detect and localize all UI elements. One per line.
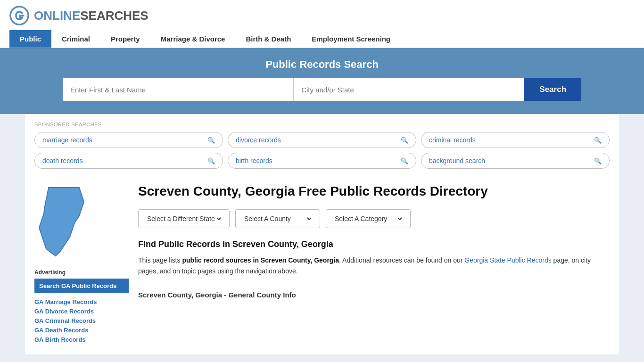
nav-item-property[interactable]: Property xyxy=(100,30,150,48)
sponsored-divorce[interactable]: divorce records 🔍 xyxy=(228,132,416,148)
sponsored-label: SPONSORED SEARCHES xyxy=(34,122,610,127)
sidebar-link-item: GA Birth Records xyxy=(34,336,129,343)
nav-item-criminal[interactable]: Criminal xyxy=(51,30,100,48)
nav-item-employment[interactable]: Employment Screening xyxy=(301,30,401,48)
nav-item-public[interactable]: Public xyxy=(9,30,51,48)
county-select[interactable]: Select A County xyxy=(242,214,313,223)
dropdowns-row: Select a Different State Select A County… xyxy=(138,209,610,228)
sidebar-link-marriage[interactable]: GA Marriage Records xyxy=(34,298,97,305)
sidebar: Advertising Search GA Public Records GA … xyxy=(34,183,129,345)
county-info-title: Screven County, Georgia - General County… xyxy=(138,289,610,299)
logo-area: ONLINE SEARCHES xyxy=(9,6,635,25)
category-dropdown[interactable]: Select A Category xyxy=(326,209,411,228)
search-button[interactable]: Search xyxy=(524,78,581,101)
search-icon-divorce: 🔍 xyxy=(401,137,408,144)
sponsored-grid: marriage records 🔍 divorce records 🔍 cri… xyxy=(34,132,610,169)
nav-item-birth-death[interactable]: Birth & Death xyxy=(235,30,301,48)
search-icon-marriage: 🔍 xyxy=(207,137,215,144)
find-link[interactable]: Georgia State Public Records xyxy=(464,256,551,264)
state-dropdown[interactable]: Select a Different State xyxy=(138,209,230,228)
sidebar-link-birth[interactable]: GA Birth Records xyxy=(34,336,86,343)
sponsored-criminal[interactable]: criminal records 🔍 xyxy=(421,132,610,148)
search-icon-death: 🔍 xyxy=(207,157,215,165)
search-icon-background: 🔍 xyxy=(594,157,602,165)
find-description: This page lists public record sources in… xyxy=(138,255,610,276)
sponsored-marriage-label: marriage records xyxy=(42,136,92,144)
section-divider xyxy=(138,284,610,284)
nav-item-marriage-divorce[interactable]: Marriage & Divorce xyxy=(150,30,236,48)
find-desc-2: . Additional resources can be found on o… xyxy=(339,256,464,264)
sponsored-marriage[interactable]: marriage records 🔍 xyxy=(34,132,223,148)
search-banner-title: Public Records Search xyxy=(9,58,635,71)
sponsored-background-label: background search xyxy=(429,157,485,165)
page-title: Screven County, Georgia Free Public Reco… xyxy=(138,183,610,200)
sponsored-background[interactable]: background search 🔍 xyxy=(421,153,610,169)
header: ONLINE SEARCHES Public Criminal Property… xyxy=(0,0,644,48)
sidebar-link-criminal[interactable]: GA Criminal Records xyxy=(34,317,96,324)
find-title: Find Public Records in Screven County, G… xyxy=(138,239,610,249)
find-desc-1: This page lists xyxy=(138,256,182,264)
sponsored-death[interactable]: death records 🔍 xyxy=(34,153,223,169)
logo-text-searches: SEARCHES xyxy=(80,8,148,23)
georgia-state-map xyxy=(34,183,91,258)
sidebar-ad-label: Advertising xyxy=(34,269,129,276)
sponsored-criminal-label: criminal records xyxy=(429,136,476,144)
sidebar-link-divorce[interactable]: GA Divorce Records xyxy=(34,308,94,315)
county-dropdown[interactable]: Select A County xyxy=(235,209,320,228)
sidebar-link-item: GA Death Records xyxy=(34,326,129,334)
search-icon-birth: 🔍 xyxy=(401,157,408,165)
sidebar-links: GA Marriage Records GA Divorce Records G… xyxy=(34,298,129,343)
search-form: Search xyxy=(63,78,581,101)
category-select[interactable]: Select A Category xyxy=(333,214,404,223)
content-area: Advertising Search GA Public Records GA … xyxy=(25,173,619,354)
sponsored-divorce-label: divorce records xyxy=(236,136,281,144)
sidebar-link-death[interactable]: GA Death Records xyxy=(34,327,88,334)
name-input[interactable] xyxy=(63,78,294,101)
sidebar-link-item: GA Divorce Records xyxy=(34,307,129,315)
sponsored-birth-label: birth records xyxy=(236,157,272,165)
search-banner: Public Records Search Search xyxy=(0,48,644,114)
sponsored-death-label: death records xyxy=(42,157,83,165)
location-input[interactable] xyxy=(294,78,524,101)
main-content: Screven County, Georgia Free Public Reco… xyxy=(138,183,610,345)
search-icon-criminal: 🔍 xyxy=(594,137,602,144)
logo-icon xyxy=(9,6,29,25)
state-select[interactable]: Select a Different State xyxy=(145,214,223,223)
sidebar-link-item: GA Criminal Records xyxy=(34,317,129,324)
main-nav: Public Criminal Property Marriage & Divo… xyxy=(9,30,635,48)
logo-text-online: ONLINE xyxy=(34,8,80,23)
sponsored-birth[interactable]: birth records 🔍 xyxy=(228,153,416,169)
sponsored-section: SPONSORED SEARCHES marriage records 🔍 di… xyxy=(25,114,619,173)
sidebar-ad-box[interactable]: Search GA Public Records xyxy=(34,279,129,293)
main-wrapper: SPONSORED SEARCHES marriage records 🔍 di… xyxy=(25,114,619,354)
sidebar-link-item: GA Marriage Records xyxy=(34,298,129,305)
find-desc-bold: public record sources in Screven County,… xyxy=(182,256,339,264)
